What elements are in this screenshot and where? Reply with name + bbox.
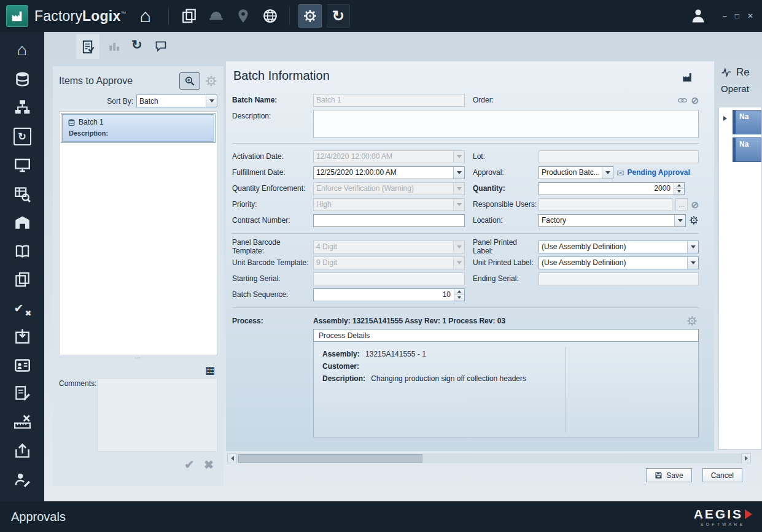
combo-dropdown-button[interactable] (453, 167, 464, 179)
aegis-software-text: SOFTWARE (701, 522, 745, 526)
titlebar: FactoryLogix™ ⌂ ↻ ✖ – □ ✕ (0, 0, 762, 32)
list-item-selected[interactable]: Batch 1 Description: (61, 113, 216, 143)
brand-regular: Factory (34, 8, 82, 24)
scroll-left-button[interactable] (227, 453, 237, 463)
unit-printed-combo[interactable]: (Use Assembly Definition) (538, 256, 699, 269)
report-chart-icon (721, 67, 732, 78)
scrollbar-thumb[interactable] (238, 454, 422, 463)
list-item[interactable]: Na (733, 137, 761, 162)
spin-down-button[interactable] (674, 188, 684, 195)
combo-dropdown-button[interactable] (687, 257, 698, 269)
ending-serial-label: Ending Serial: (465, 274, 538, 283)
table-search-icon[interactable] (14, 186, 31, 202)
location-combo[interactable]: Factory (538, 214, 686, 227)
approve-items-list[interactable]: Batch 1 Description: (59, 111, 217, 355)
combo-dropdown-button[interactable] (687, 241, 698, 253)
process-settings-gear-icon[interactable] (686, 315, 698, 326)
arrow-left-icon (231, 456, 234, 461)
warehouse-icon[interactable] (14, 214, 31, 231)
spin-up-button[interactable] (674, 183, 684, 188)
location-settings-gear-icon[interactable] (689, 215, 699, 225)
panel-title: Items to Approve (59, 75, 179, 87)
contract-number-input[interactable] (313, 214, 465, 227)
spin-up-button[interactable] (454, 289, 464, 295)
sign-off-icon[interactable] (14, 471, 31, 488)
refresh-nav-icon[interactable]: ↻ (14, 128, 31, 145)
reject-x-button[interactable]: ✖ (204, 459, 214, 471)
starting-serial-input (313, 272, 465, 285)
chevron-down-icon (457, 203, 462, 206)
titlebar-toolbar (181, 8, 278, 24)
user-session-button[interactable]: ✖ (690, 7, 707, 25)
library-icon[interactable] (14, 243, 31, 260)
import-icon[interactable] (14, 328, 31, 345)
responsible-users-label: Responsible Users: (465, 200, 538, 209)
production-client-icon[interactable] (14, 157, 31, 174)
spinner-buttons[interactable] (674, 183, 684, 195)
list-resize-handle[interactable]: ⋯ (59, 355, 217, 361)
description-label: Description: (232, 110, 313, 138)
fulfillment-date-combo[interactable]: 12/25/2020 12:00:00 AM (313, 166, 465, 179)
chevron-down-icon (457, 296, 461, 299)
batch-sequence-spinner[interactable]: 10 (313, 288, 465, 301)
save-button[interactable]: Save (646, 468, 691, 482)
priority-value: High (314, 199, 453, 210)
contract-number-label: Contract Number: (232, 216, 313, 225)
left-sidebar: ⌂ ↻ ✔ ✖ (0, 32, 44, 501)
horizontal-scrollbar[interactable] (227, 453, 751, 463)
cancel-button[interactable]: Cancel (702, 468, 742, 482)
panel-printed-value: (Use Assembly Definition) (539, 241, 687, 253)
right-panel-list[interactable]: Na Na (718, 107, 762, 450)
production-data-icon[interactable] (14, 71, 31, 87)
factory-icon[interactable] (682, 71, 693, 83)
workflow-icon[interactable] (14, 99, 31, 115)
minimize-button[interactable]: – (723, 12, 727, 20)
tab-details-selected[interactable] (76, 34, 99, 59)
combo-dropdown-button[interactable] (602, 167, 613, 179)
fulfillment-date-value: 12/25/2020 12:00:00 AM (314, 167, 453, 179)
zoom-search-button[interactable] (179, 72, 200, 90)
approval-combo[interactable]: Production Batc... (538, 166, 613, 179)
combo-dropdown-button[interactable] (674, 215, 685, 226)
globe-icon[interactable] (262, 8, 278, 24)
sort-by-combo[interactable]: Batch (136, 94, 217, 107)
badge-icon[interactable] (14, 357, 31, 374)
approve-check-button[interactable]: ✔ (184, 459, 194, 471)
description-textarea[interactable] (313, 110, 699, 138)
comments-textarea[interactable] (97, 378, 217, 452)
home-icon[interactable]: ⌂ (140, 7, 151, 25)
maximize-button[interactable]: □ (735, 12, 739, 20)
list-item[interactable]: Na (733, 110, 761, 134)
scroll-right-button[interactable] (741, 453, 751, 463)
spinner-buttons[interactable] (454, 289, 464, 301)
scrollbar-track[interactable] (237, 453, 741, 463)
panel-printed-combo[interactable]: (Use Assembly Definition) (538, 241, 699, 253)
spin-down-button[interactable] (454, 295, 464, 301)
settings-tool-selected[interactable] (298, 4, 322, 28)
combo-dropdown-button[interactable] (206, 95, 217, 107)
comment-bubble-icon[interactable] (155, 40, 167, 52)
history-tool[interactable]: ↻ (327, 4, 350, 28)
titlebar-separator (168, 7, 169, 25)
sync-icon[interactable]: ↻ (131, 37, 142, 52)
export-icon[interactable] (14, 442, 31, 459)
home-nav-icon[interactable]: ⌂ (17, 42, 27, 58)
document-edit-icon[interactable] (14, 385, 31, 402)
documents-nav-icon[interactable] (14, 271, 31, 288)
documents-icon[interactable] (181, 8, 197, 24)
approvals-nav-icon[interactable]: ✔ ✖ (14, 300, 31, 317)
expand-arrow-icon[interactable] (723, 116, 727, 121)
combo-dropdown-button (453, 151, 464, 163)
process-details-tab[interactable]: Process Details (313, 329, 699, 342)
quantity-spinner[interactable]: 2000 (538, 182, 685, 195)
application-window: FactoryLogix™ ⌂ ↻ ✖ – □ ✕ ⌂ (0, 0, 762, 532)
approval-status-link[interactable]: Pending Approval (628, 168, 690, 177)
measure-icon[interactable] (14, 414, 31, 431)
combo-dropdown-button (453, 183, 464, 195)
location-pin-icon (235, 8, 251, 24)
close-button[interactable]: ✕ (747, 12, 753, 20)
lot-input (538, 150, 699, 163)
combo-dropdown-button (453, 241, 464, 253)
grid-view-icon[interactable]: ▦ (205, 365, 215, 376)
statusbar: Approvals AEGIS SOFTWARE (0, 501, 762, 532)
